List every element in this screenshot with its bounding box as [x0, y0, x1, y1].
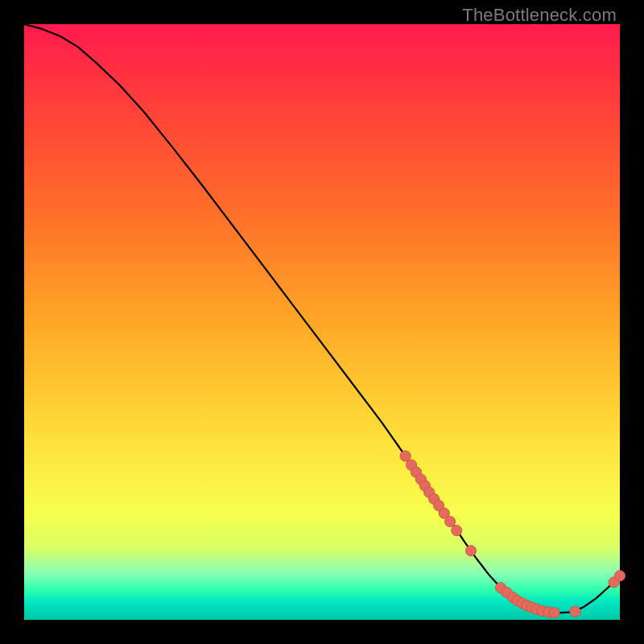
chart-stage: TheBottleneck.com: [0, 0, 644, 644]
watermark-text: TheBottleneck.com: [462, 5, 617, 26]
curve-marker: [614, 571, 625, 581]
curve-marker: [444, 516, 455, 526]
curve-markers: [400, 451, 625, 618]
plot-area: [24, 24, 620, 620]
curve-marker: [570, 606, 580, 617]
curve-marker: [452, 525, 462, 535]
curve-marker: [465, 546, 476, 556]
bottleneck-curve: [24, 24, 620, 613]
chart-overlay: [24, 24, 620, 620]
curve-marker: [549, 607, 559, 617]
